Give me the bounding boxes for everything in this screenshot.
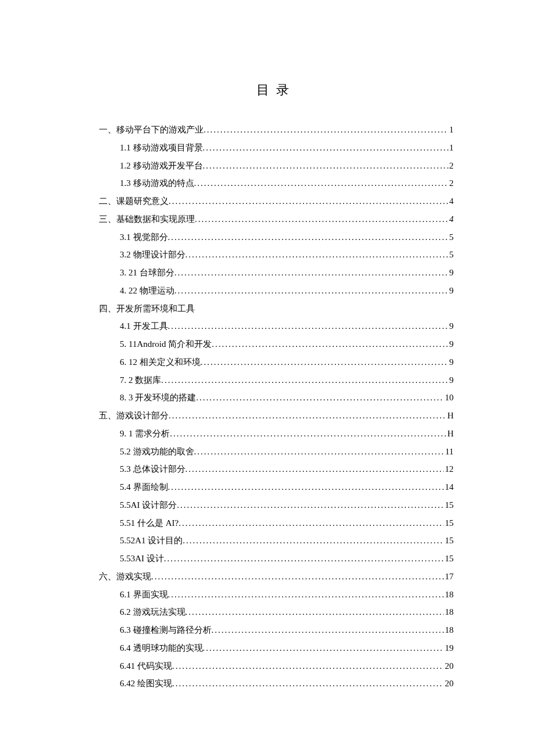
toc-leader-dots xyxy=(172,675,444,693)
toc-entry-label: 5.4 界面绘制 xyxy=(120,478,168,496)
toc-leader-dots xyxy=(186,460,444,478)
toc-entry-label: 六、游戏实现 xyxy=(99,568,151,586)
toc-entry: 5.3 总体设计部分12 xyxy=(99,460,454,478)
toc-title: 目录 xyxy=(99,81,454,99)
toc-leader-dots xyxy=(186,246,448,264)
toc-leader-dots xyxy=(164,550,444,568)
toc-entry-label: 5. 11Android 简介和开发 xyxy=(120,335,212,353)
toc-entry-label: 6.2 游戏玩法实现 xyxy=(120,603,186,621)
toc-entry: 5.51 什么是 AI?15 xyxy=(99,514,454,532)
toc-entry-page: 4 xyxy=(448,210,454,228)
toc-entry-label: 3.1 视觉部分 xyxy=(120,228,168,246)
toc-entry: 6.4 透明球功能的实现19 xyxy=(99,639,454,657)
toc-entry: 二、课题研究意义4 xyxy=(99,192,454,210)
toc-entry-label: 五、游戏设计部分 xyxy=(99,407,169,425)
toc-entry-page: 9 xyxy=(448,371,454,389)
toc-entry-label: 6.41 代码实现 xyxy=(120,657,172,675)
toc-entry: 5.5AI 设计部分 15 xyxy=(99,496,454,514)
toc-leader-dots xyxy=(196,389,444,407)
toc-entry-label: 4.1 开发工具 xyxy=(120,317,168,335)
toc-entry-page: 12 xyxy=(444,460,454,478)
toc-entry-label: 4. 22 物理运动 xyxy=(120,282,174,300)
toc-leader-dots xyxy=(179,514,444,532)
toc-entry-page: 1 xyxy=(448,139,454,157)
toc-entry-label: 四、开发所需环境和工具 xyxy=(99,300,195,318)
toc-entry-label: 3. 21 台球部分 xyxy=(120,264,174,282)
toc-leader-dots xyxy=(168,586,444,604)
toc-entry-page: 5 xyxy=(448,246,454,264)
toc-entry-page: 15 xyxy=(444,514,454,532)
toc-entry-label: 7. 2 数据库 xyxy=(120,371,161,389)
toc-entry-page: 2 xyxy=(448,174,454,192)
toc-entry-label: 5.52A1 设计目的 xyxy=(120,532,183,550)
toc-entry-label: 1.1 移动游戏项目背景 xyxy=(120,139,203,157)
toc-entry-page: 2 xyxy=(448,157,454,175)
toc-entry-label: 1.3 移动游戏的特点 xyxy=(120,174,194,192)
toc-leader-dots xyxy=(212,335,448,353)
toc-entry-page: 18 xyxy=(444,621,454,639)
toc-entry: 8. 3 开发环境的搭建 10 xyxy=(99,389,454,407)
toc-leader-dots xyxy=(168,317,448,335)
toc-entry-page: 20 xyxy=(444,657,454,675)
toc-entry-page: 14 xyxy=(444,478,454,496)
toc-entry: 7. 2 数据库9 xyxy=(99,371,454,389)
toc-entry: 3.1 视觉部分5 xyxy=(99,228,454,246)
toc-leader-dots xyxy=(168,478,444,496)
toc-entry: 五、游戏设计部分H xyxy=(99,407,454,425)
toc-entry-page: 9 xyxy=(448,353,454,371)
toc-entry-label: 3.2 物理设计部分 xyxy=(120,246,186,264)
toc-entry: 5.2 游戏功能的取舍11 xyxy=(99,443,454,461)
toc-entry: 6. 12 相关定义和环境 9 xyxy=(99,353,454,371)
toc-entry: 6.42 绘图实现 20 xyxy=(99,675,454,693)
toc-entry-page: 9 xyxy=(448,317,454,335)
toc-entry-page: 1 xyxy=(448,121,454,139)
toc-leader-dots xyxy=(169,407,446,425)
toc-entry-page: 15 xyxy=(444,496,454,514)
toc-entry: 4. 22 物理运动9 xyxy=(99,282,454,300)
toc-entry-page: 18 xyxy=(444,586,454,604)
toc-entry-page: 5 xyxy=(448,228,454,246)
toc-entry-label: 二、课题研究意义 xyxy=(99,192,169,210)
toc-entry: 9. 1 需求分析H xyxy=(99,425,454,443)
toc-entry-label: 5.53AI 设计 xyxy=(120,550,164,568)
toc-entry-page: 11 xyxy=(444,443,454,461)
toc-entry: 5.4 界面绘制14 xyxy=(99,478,454,496)
toc-entry: 5. 11Android 简介和开发9 xyxy=(99,335,454,353)
toc-leader-dots xyxy=(161,371,448,389)
toc-entry: 6.2 游戏玩法实现18 xyxy=(99,603,454,621)
toc-entry: 3.2 物理设计部分5 xyxy=(99,246,454,264)
toc-entry-label: 6.42 绘图实现 xyxy=(120,675,172,693)
toc-entry: 6.1 界面实现18 xyxy=(99,586,454,604)
toc-leader-dots xyxy=(212,621,444,639)
toc-entry-page: 19 xyxy=(444,639,454,657)
toc-entry-page: 9 xyxy=(448,335,454,353)
toc-entry: 5.53AI 设计 15 xyxy=(99,550,454,568)
toc-entry-page: 15 xyxy=(444,550,454,568)
toc-entry-label: 6.3 碰撞检测与路径分析 xyxy=(120,621,212,639)
toc-entry-label: 一、移动平台下的游戏产业 xyxy=(99,121,204,139)
document-page: 目录 一、移动平台下的游戏产业11.1 移动游戏项目背景11.2 移动游戏开发平… xyxy=(0,0,535,756)
toc-list: 一、移动平台下的游戏产业11.1 移动游戏项目背景11.2 移动游戏开发平台21… xyxy=(99,121,454,693)
toc-leader-dots xyxy=(203,139,448,157)
toc-entry-page: 9 xyxy=(448,282,454,300)
toc-entry: 一、移动平台下的游戏产业1 xyxy=(99,121,454,139)
toc-leader-dots xyxy=(183,532,444,550)
toc-entry-label: 三、基础数据和实现原理 xyxy=(99,210,195,228)
toc-leader-dots xyxy=(151,568,444,586)
toc-entry-page: 9 xyxy=(448,264,454,282)
toc-entry-page: H xyxy=(446,425,454,443)
toc-leader-dots xyxy=(186,603,444,621)
toc-entry-label: 5.3 总体设计部分 xyxy=(120,460,186,478)
toc-leader-dots xyxy=(174,264,448,282)
toc-entry: 6.41 代码实现 20 xyxy=(99,657,454,675)
toc-entry: 六、游戏实现17 xyxy=(99,568,454,586)
toc-entry-page: 15 xyxy=(444,532,454,550)
toc-entry: 三、基础数据和实现原理4 xyxy=(99,210,454,228)
toc-entry: 1.2 移动游戏开发平台2 xyxy=(99,157,454,175)
toc-entry: 1.3 移动游戏的特点2 xyxy=(99,174,454,192)
toc-entry: 1.1 移动游戏项目背景1 xyxy=(99,139,454,157)
toc-entry-label: 6.4 透明球功能的实现 xyxy=(120,639,203,657)
toc-leader-dots xyxy=(194,174,448,192)
toc-entry-page: 4 xyxy=(448,192,454,210)
toc-leader-dots xyxy=(201,353,448,371)
